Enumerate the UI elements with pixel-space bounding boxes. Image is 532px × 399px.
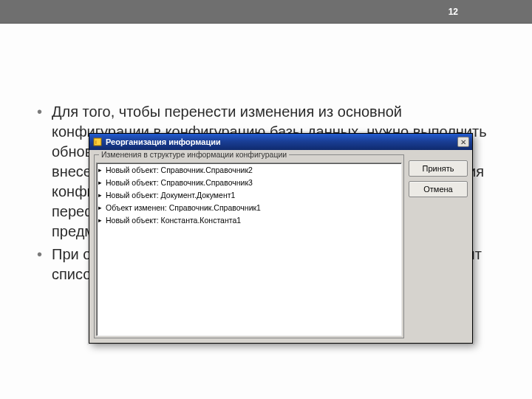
svg-text:i: i	[95, 139, 97, 146]
reorg-dialog: i Реорганизация информации ✕ Изменения в…	[89, 133, 473, 344]
slide: 12 Для того, чтобы перенести изменения и…	[0, 0, 532, 399]
close-button[interactable]: ✕	[457, 137, 469, 147]
chevron-right-icon: ▸	[98, 204, 106, 211]
slide-header: 12	[0, 0, 532, 24]
list-item-label: Новый объект: Справочник.Справочник2	[106, 166, 253, 174]
dialog-title: Реорганизация информации	[106, 137, 457, 146]
chevron-right-icon: ▸	[98, 179, 106, 186]
accept-label: Принять	[423, 164, 454, 173]
close-icon: ✕	[460, 138, 466, 146]
dialog-buttons: Принять Отмена	[409, 154, 468, 338]
cancel-button[interactable]: Отмена	[409, 181, 468, 197]
chevron-right-icon: ▸	[98, 216, 106, 224]
list-item[interactable]: ▸ Новый объект: Константа.Константа1	[97, 214, 401, 226]
list-item-label: Новый объект: Константа.Константа1	[106, 216, 241, 225]
chevron-right-icon: ▸	[98, 191, 106, 199]
app-icon: i	[92, 137, 103, 147]
group-label: Изменения в структуре информации конфигу…	[99, 150, 289, 159]
list-item[interactable]: ▸ Новый объект: Документ.Документ1	[97, 188, 401, 201]
cancel-label: Отмена	[423, 185, 452, 194]
list-item[interactable]: ▸ Объект изменен: Справочник.Справочник1	[97, 201, 401, 214]
list-item-label: Новый объект: Документ.Документ1	[106, 191, 235, 200]
changes-listbox[interactable]: ▸ Новый объект: Справочник.Справочник2 ▸…	[96, 163, 402, 336]
dialog-titlebar[interactable]: i Реорганизация информации ✕	[89, 134, 472, 150]
chevron-right-icon: ▸	[98, 166, 106, 174]
dialog-body: Изменения в структуре информации конфигу…	[89, 150, 472, 343]
accept-button[interactable]: Принять	[409, 160, 468, 177]
changes-group: Изменения в структуре информации конфигу…	[94, 154, 404, 338]
list-item[interactable]: ▸ Новый объект: Справочник.Справочник2	[97, 163, 401, 176]
page-number: 12	[449, 7, 458, 17]
list-item-label: Новый объект: Справочник.Справочник3	[106, 178, 253, 187]
list-item[interactable]: ▸ Новый объект: Справочник.Справочник3	[97, 176, 401, 188]
list-item-label: Объект изменен: Справочник.Справочник1	[106, 203, 261, 212]
